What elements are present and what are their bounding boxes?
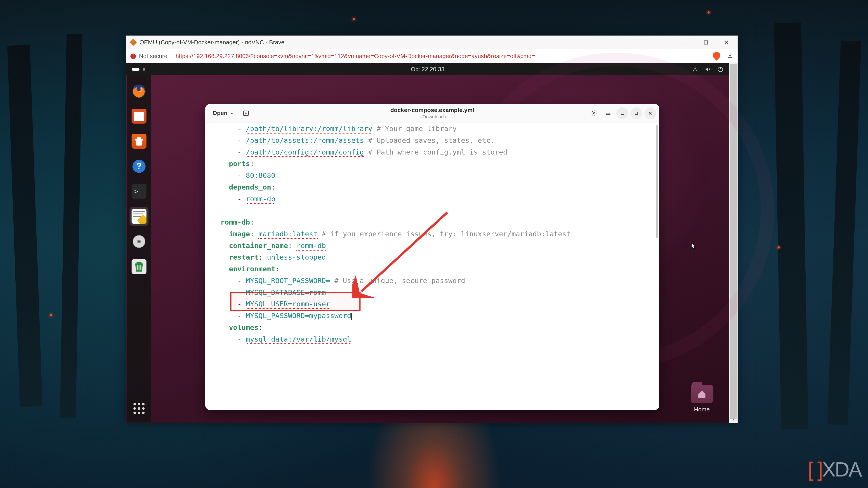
editor-content[interactable]: - /path/to/library:/romm/library # Your … (205, 123, 659, 410)
text-editor-headerbar[interactable]: Open docker-compose.example.yml ~/Downlo… (205, 104, 659, 123)
filepath-label: ~/Downloads (391, 114, 474, 120)
dock-help[interactable]: ? (129, 157, 149, 176)
svg-point-17 (142, 408, 145, 410)
menu-button[interactable] (602, 107, 614, 119)
xda-watermark: [ ]XDA (808, 458, 861, 481)
window-minimize-button[interactable] (681, 38, 690, 47)
dock-terminal[interactable]: >_ (129, 182, 149, 201)
power-icon[interactable] (717, 66, 723, 72)
dock-files[interactable] (129, 107, 149, 126)
workspace-dot-icon (143, 68, 145, 71)
svg-rect-0 (704, 41, 708, 44)
dock-text-editor[interactable] (129, 207, 149, 226)
dock-firefox[interactable] (129, 82, 149, 101)
new-tab-button[interactable] (240, 107, 252, 119)
document-title: docker-compose.example.yml ~/Downloads (391, 107, 474, 120)
brave-shields-icon[interactable] (713, 52, 720, 61)
filename-label: docker-compose.example.yml (391, 107, 474, 113)
svg-point-22 (594, 112, 595, 114)
dock-disc[interactable] (129, 232, 149, 251)
volume-icon[interactable] (705, 66, 711, 72)
system-tray[interactable] (692, 66, 723, 72)
open-button[interactable]: Open (209, 107, 238, 119)
ubuntu-dock: ? >_ (127, 75, 151, 422)
clock[interactable]: Oct 22 20:33 (411, 66, 445, 73)
chevron-down-icon (230, 111, 234, 116)
text-editor-window: Open docker-compose.example.yml ~/Downlo… (205, 104, 659, 410)
svg-point-16 (138, 408, 141, 410)
settings-button[interactable] (588, 107, 600, 119)
window-title: QEMU (Copy-of-VM-Docker-manager) - noVNC… (140, 39, 284, 46)
dock-show-apps[interactable] (129, 399, 149, 418)
not-secure-icon[interactable]: ! (130, 54, 136, 59)
maximize-icon (633, 110, 640, 116)
svg-rect-23 (635, 112, 638, 115)
downloads-icon[interactable] (727, 52, 734, 60)
active-workspace-icon (132, 68, 140, 71)
browser-window: QEMU (Copy-of-VM-Docker-manager) - noVNC… (126, 35, 738, 423)
scrollbar-down-arrow[interactable]: ▾ (729, 416, 738, 423)
gedit-maximize-button[interactable] (630, 107, 642, 119)
svg-point-20 (142, 412, 145, 414)
qemu-icon (129, 39, 137, 46)
network-icon[interactable] (692, 66, 698, 72)
svg-point-18 (133, 412, 136, 414)
gedit-close-button[interactable] (645, 107, 656, 119)
svg-point-15 (133, 408, 136, 410)
svg-point-13 (138, 403, 141, 405)
activities-button[interactable] (132, 68, 145, 71)
gedit-minimize-button[interactable] (616, 107, 628, 119)
mouse-cursor-icon (691, 242, 696, 250)
hamburger-icon (605, 110, 612, 116)
desktop-home-folder[interactable]: Home (688, 385, 715, 413)
svg-point-11 (138, 240, 140, 242)
minimize-icon (619, 110, 625, 116)
gear-icon (591, 110, 597, 116)
window-close-button[interactable] (722, 38, 731, 47)
svg-point-14 (142, 403, 145, 405)
svg-text:?: ? (136, 161, 142, 171)
close-icon (647, 110, 653, 116)
window-maximize-button[interactable] (702, 38, 710, 47)
window-titlebar[interactable]: QEMU (Copy-of-VM-Docker-manager) - noVNC… (126, 36, 738, 49)
dock-trash[interactable] (129, 257, 149, 276)
home-label: Home (688, 406, 715, 413)
not-secure-label[interactable]: Not secure (139, 53, 167, 60)
dock-software[interactable] (129, 132, 149, 151)
svg-point-19 (138, 412, 141, 414)
home-folder-icon (691, 385, 713, 403)
annotation-highlight-box (230, 292, 361, 311)
editor-scrollbar[interactable] (656, 125, 658, 238)
vnc-viewport: Oct 22 20:33 › (126, 63, 729, 423)
svg-point-12 (133, 403, 136, 405)
